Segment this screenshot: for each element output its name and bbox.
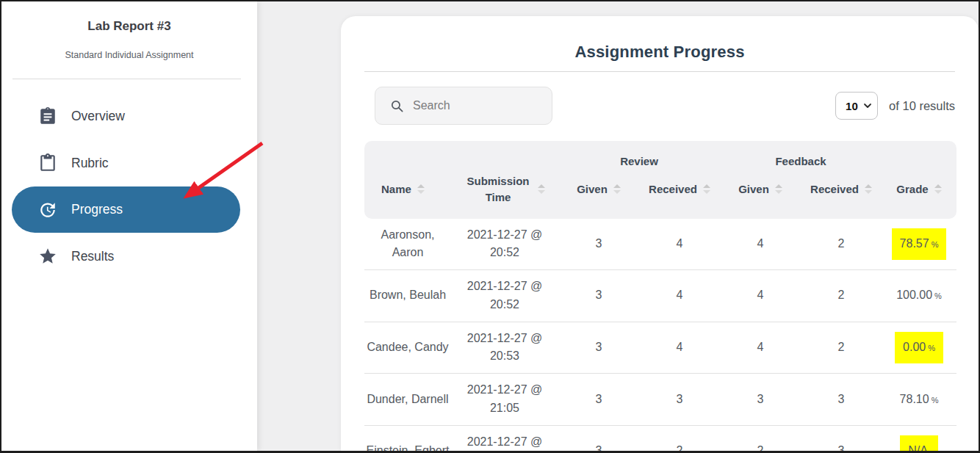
cell-grade: 78.57% bbox=[882, 219, 956, 271]
cell-name: Dunder, Darnell bbox=[364, 374, 451, 426]
table-row: Aaronson, Aaron 2021-12-27 @ 20:52 3 4 4… bbox=[364, 219, 956, 271]
pagination-controls: 10 of 10 results bbox=[835, 92, 955, 120]
sort-icon[interactable] bbox=[613, 184, 621, 194]
table-header: Review Feedback Name Submission Time Giv… bbox=[364, 141, 956, 219]
cell-feedback-received: 2 bbox=[801, 322, 882, 374]
cell-feedback-given: 4 bbox=[720, 270, 801, 322]
cell-feedback-given: 3 bbox=[720, 374, 801, 426]
cell-review-received: 4 bbox=[639, 322, 720, 374]
search-icon bbox=[390, 99, 404, 113]
cell-name: Aaronson, Aaron bbox=[364, 219, 451, 271]
column-header-name[interactable]: Name bbox=[364, 169, 451, 219]
cell-name: Candee, Candy bbox=[364, 322, 451, 374]
cell-grade: 0.00% bbox=[882, 322, 956, 374]
cell-review-given: 3 bbox=[558, 322, 639, 374]
main-panel: Assignment Progress 10 bbox=[341, 16, 979, 451]
grade-value-wrap: 78.10% bbox=[892, 384, 947, 416]
column-header-submission-time[interactable]: Submission Time bbox=[451, 169, 558, 219]
group-header-review: Review bbox=[558, 141, 720, 169]
sort-icon[interactable] bbox=[775, 184, 782, 194]
cell-feedback-received: 2 bbox=[801, 219, 882, 271]
clipboard-filled-icon bbox=[38, 106, 57, 126]
sort-icon[interactable] bbox=[417, 184, 425, 194]
table-row: Candee, Candy 2021-12-27 @ 20:53 3 4 4 2… bbox=[364, 322, 956, 374]
star-icon bbox=[38, 247, 57, 266]
cell-submission-time: 2021-12-27 @ 20:52 bbox=[451, 219, 558, 271]
sidebar-menu: Overview Rubric Progress bbox=[1, 93, 257, 280]
column-header-review-given[interactable]: Given bbox=[558, 169, 639, 219]
table-row: Brown, Beulah 2021-12-27 @ 20:52 3 4 4 2… bbox=[364, 270, 956, 322]
cell-submission-time: 2021-12-27 @ 20:53 bbox=[451, 322, 558, 374]
sidebar-item-overview[interactable]: Overview bbox=[1, 93, 257, 139]
cell-feedback-received: 2 bbox=[801, 270, 882, 322]
cell-name: Brown, Beulah bbox=[364, 270, 451, 322]
cell-feedback-received: 3 bbox=[801, 426, 882, 453]
title-divider bbox=[364, 71, 955, 72]
cell-grade: 78.10% bbox=[882, 374, 956, 426]
cell-review-given: 3 bbox=[558, 374, 639, 426]
sidebar-item-results[interactable]: Results bbox=[1, 233, 257, 280]
header-spacer bbox=[882, 141, 956, 169]
page-size-select[interactable]: 10 bbox=[835, 92, 878, 120]
assignment-subtitle: Standard Individual Assignment bbox=[1, 50, 257, 60]
cell-submission-time: 2021-12-27 @ 20:52 bbox=[451, 270, 558, 322]
sort-icon[interactable] bbox=[703, 184, 710, 194]
cell-submission-time: 2021-12-27 @ 21:05 bbox=[451, 374, 558, 426]
page-title: Assignment Progress bbox=[341, 43, 979, 62]
cell-feedback-received: 3 bbox=[801, 374, 882, 426]
sort-icon[interactable] bbox=[538, 184, 545, 194]
sidebar-item-progress[interactable]: Progress bbox=[12, 186, 240, 233]
search-input[interactable] bbox=[411, 98, 539, 113]
cell-submission-time: 2021-12-27 @ 21:09 bbox=[451, 426, 558, 453]
app-window: Lab Report #3 Standard Individual Assign… bbox=[0, 0, 980, 453]
sidebar-item-label: Overview bbox=[71, 109, 125, 124]
cell-review-received: 2 bbox=[639, 426, 720, 453]
cell-review-given: 3 bbox=[558, 270, 639, 322]
sidebar-item-label: Progress bbox=[71, 202, 123, 217]
results-count: of 10 results bbox=[889, 99, 955, 113]
cell-review-given: 3 bbox=[558, 426, 639, 453]
sort-icon[interactable] bbox=[865, 184, 872, 194]
group-header-feedback: Feedback bbox=[720, 141, 882, 169]
header-spacer bbox=[364, 141, 558, 169]
cell-review-given: 3 bbox=[558, 219, 639, 271]
column-header-grade[interactable]: Grade bbox=[882, 169, 956, 219]
cell-review-received: 4 bbox=[639, 270, 720, 322]
clipboard-outline-icon bbox=[38, 153, 57, 173]
cell-grade: N/A bbox=[882, 426, 956, 453]
column-header-feedback-given[interactable]: Given bbox=[720, 169, 801, 219]
sidebar-item-label: Results bbox=[71, 249, 114, 264]
cell-name: Einstein, Egbert bbox=[364, 426, 451, 453]
table-row: Dunder, Darnell 2021-12-27 @ 21:05 3 3 3… bbox=[364, 374, 956, 426]
cell-grade: 100.00% bbox=[882, 270, 956, 322]
grade-value-wrap: 100.00% bbox=[888, 280, 950, 311]
grade-value-wrap: N/A bbox=[900, 435, 938, 453]
sort-icon[interactable] bbox=[934, 184, 942, 194]
cell-feedback-given: 4 bbox=[720, 219, 801, 271]
cell-review-received: 4 bbox=[639, 219, 720, 271]
page-size-select-wrap: 10 bbox=[835, 92, 878, 120]
cell-review-received: 3 bbox=[639, 374, 720, 426]
table-row: Einstein, Egbert 2021-12-27 @ 21:09 3 2 … bbox=[364, 426, 956, 453]
sidebar-item-label: Rubric bbox=[71, 156, 109, 171]
grade-value-wrap: 78.57% bbox=[892, 228, 947, 260]
search-box[interactable] bbox=[375, 87, 552, 125]
column-header-feedback-received[interactable]: Received bbox=[801, 169, 882, 219]
column-header-review-received[interactable]: Received bbox=[639, 169, 720, 219]
table-body: Aaronson, Aaron 2021-12-27 @ 20:52 3 4 4… bbox=[364, 219, 956, 453]
progress-table: Review Feedback Name Submission Time Giv… bbox=[364, 141, 956, 453]
grade-value-wrap: 0.00% bbox=[895, 332, 943, 363]
history-icon bbox=[38, 200, 57, 220]
assignment-title: Lab Report #3 bbox=[1, 19, 257, 34]
sidebar-item-rubric[interactable]: Rubric bbox=[1, 139, 257, 186]
sidebar: Lab Report #3 Standard Individual Assign… bbox=[1, 1, 257, 451]
sidebar-divider bbox=[12, 79, 241, 79]
cell-feedback-given: 2 bbox=[720, 426, 801, 453]
cell-feedback-given: 4 bbox=[720, 322, 801, 374]
table-controls: 10 of 10 results bbox=[364, 87, 955, 125]
